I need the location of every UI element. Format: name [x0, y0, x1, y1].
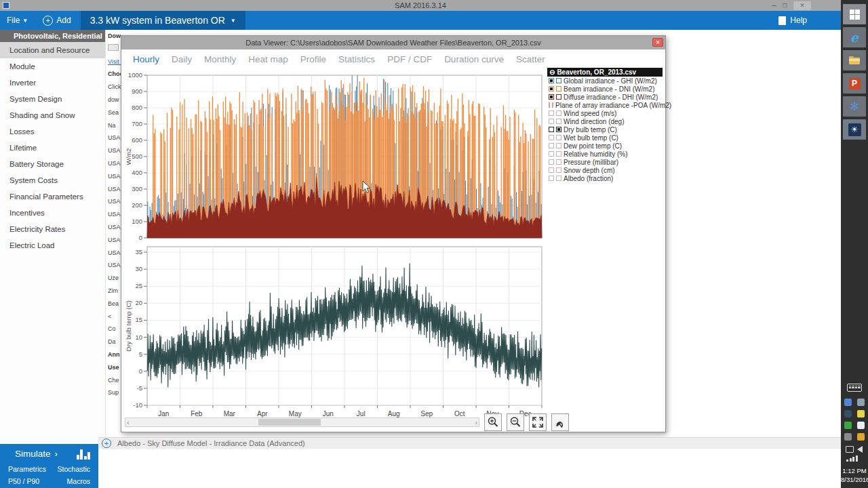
- checkbox-top-plot[interactable]: [549, 86, 554, 92]
- checkbox-top-plot[interactable]: [549, 102, 550, 108]
- taskbar-file-explorer-icon[interactable]: [843, 50, 866, 70]
- legend-row[interactable]: Snow depth (cm): [547, 166, 663, 174]
- file-menu[interactable]: File ▼: [7, 16, 28, 25]
- chart-settings-button[interactable]: [551, 413, 569, 431]
- checkbox-bottom-plot[interactable]: [556, 135, 561, 140]
- simulate-button[interactable]: Simulate ›: [15, 449, 58, 459]
- charts-svg[interactable]: 01002003004005006007008009001000-10-5051…: [123, 70, 550, 451]
- tray-lock-icon[interactable]: [857, 433, 865, 441]
- tray-speaker-icon[interactable]: [857, 446, 863, 453]
- checkbox-top-plot[interactable]: [549, 119, 554, 124]
- legend-row[interactable]: Wind direction (deg): [547, 117, 663, 125]
- legend-row[interactable]: Relative humidity (%): [547, 150, 663, 158]
- taskbar-clock[interactable]: 1:12 PM 8/31/2016: [841, 466, 868, 484]
- tab-monthly[interactable]: Monthly: [198, 54, 242, 64]
- p50-p90-button[interactable]: P50 / P90: [8, 477, 39, 485]
- tray-sync-green-icon[interactable]: [844, 422, 852, 429]
- checkbox-bottom-plot[interactable]: [556, 127, 561, 132]
- minimize-button[interactable]: –: [772, 1, 776, 10]
- legend-row[interactable]: Dry bulb temp (C): [547, 125, 663, 134]
- tray-signal-icon[interactable]: [846, 455, 858, 462]
- checkbox-bottom-plot[interactable]: [556, 159, 561, 165]
- sidebar-item-electric-load[interactable]: Electric Load: [0, 237, 105, 253]
- checkbox-top-plot[interactable]: [549, 78, 554, 83]
- macros-button[interactable]: Macros: [67, 477, 90, 485]
- checkbox-top-plot[interactable]: [549, 127, 554, 132]
- legend-row[interactable]: Wet bulb temp (C): [547, 134, 663, 142]
- tray-device-icon[interactable]: [857, 399, 865, 406]
- tray-notes-icon[interactable]: [857, 410, 865, 418]
- tab-daily[interactable]: Daily: [165, 54, 198, 64]
- sidebar-item-inverter[interactable]: Inverter: [0, 75, 105, 91]
- sidebar-item-battery-storage[interactable]: Battery Storage: [0, 156, 105, 172]
- stochastic-button[interactable]: Stochastic: [58, 465, 90, 473]
- sidebar-item-shading-and-snow[interactable]: Shading and Snow: [0, 107, 105, 123]
- zoom-in-button[interactable]: [484, 413, 502, 431]
- sidebar-item-losses[interactable]: Losses: [0, 123, 105, 140]
- legend-row[interactable]: Dew point temp (C): [547, 142, 663, 150]
- project-tab[interactable]: 3.3 kW system in Beaverton OR ▼: [81, 11, 245, 30]
- sidebar-item-financial-parameters[interactable]: Financial Parameters: [0, 188, 105, 205]
- scrollbar-thumb[interactable]: [258, 419, 321, 426]
- taskbar-internet-explorer-icon[interactable]: e: [843, 27, 866, 47]
- plus-circle-icon[interactable]: +: [102, 439, 111, 448]
- sidebar-item-incentives[interactable]: Incentives: [0, 205, 105, 221]
- tray-cloud-icon[interactable]: [857, 422, 865, 429]
- dialog-titlebar[interactable]: Data Viewer: C:\Users\adobos\SAM Downloa…: [121, 36, 665, 49]
- legend-row[interactable]: Pressure (millibar): [547, 158, 663, 166]
- checkbox-top-plot[interactable]: [549, 110, 554, 116]
- checkbox-top-plot[interactable]: [549, 135, 554, 140]
- checkbox-top-plot[interactable]: [549, 151, 554, 157]
- taskbar-sam-active-icon[interactable]: ☀: [843, 119, 866, 140]
- checkbox-top-plot[interactable]: [549, 143, 554, 148]
- tray-snowflake-icon[interactable]: [844, 399, 852, 406]
- taskbar-powerpoint-icon[interactable]: P: [843, 73, 866, 94]
- horizontal-scrollbar[interactable]: ‹ ›: [125, 418, 479, 427]
- legend-row[interactable]: Plane of array irradiance -POA (W/m2): [547, 101, 663, 109]
- checkbox-bottom-plot[interactable]: [556, 176, 561, 181]
- checkbox-bottom-plot[interactable]: [556, 110, 561, 116]
- taskbar-windows-start-icon[interactable]: [843, 4, 866, 24]
- legend-row[interactable]: Albedo (fraction): [547, 174, 663, 182]
- checkbox-bottom-plot[interactable]: [556, 119, 561, 124]
- scroll-left-icon[interactable]: ‹: [127, 418, 129, 427]
- help-button[interactable]: Help: [778, 16, 807, 25]
- checkbox-top-plot[interactable]: [549, 176, 554, 181]
- scroll-right-icon[interactable]: ›: [475, 418, 477, 427]
- sidebar-item-system-costs[interactable]: System Costs: [0, 172, 105, 188]
- checkbox-bottom-plot[interactable]: [556, 86, 561, 92]
- tab-scatter[interactable]: Scatter: [510, 54, 551, 64]
- tab-profile[interactable]: Profile: [294, 54, 332, 64]
- tab-duration-curve[interactable]: Duration curve: [438, 54, 510, 64]
- legend-row[interactable]: Global irradiance - GHI (W/m2): [547, 77, 663, 85]
- zoom-out-button[interactable]: [507, 413, 524, 431]
- tab-hourly[interactable]: Hourly: [127, 54, 165, 64]
- checkbox-bottom-plot[interactable]: [556, 151, 561, 157]
- tab-statistics[interactable]: Statistics: [332, 54, 381, 64]
- tray-network-icon[interactable]: [846, 446, 854, 453]
- tray-shield-icon[interactable]: [844, 410, 852, 418]
- sidebar-item-lifetime[interactable]: Lifetime: [0, 140, 105, 156]
- sidebar-item-system-design[interactable]: System Design: [0, 91, 105, 107]
- dialog-close-button[interactable]: ✕: [652, 38, 663, 47]
- maximize-button[interactable]: □: [783, 1, 787, 10]
- parametrics-button[interactable]: Parametrics: [8, 465, 46, 473]
- close-button[interactable]: ✕: [793, 1, 811, 10]
- tab-pdf-cdf[interactable]: PDF / CDF: [381, 54, 438, 64]
- tray-gray-status-icon[interactable]: [844, 433, 852, 441]
- checkbox-bottom-plot[interactable]: [556, 94, 561, 100]
- legend-row[interactable]: Wind speed (m/s): [547, 109, 663, 117]
- sidebar-item-module[interactable]: Module: [0, 58, 105, 75]
- checkbox-bottom-plot[interactable]: [556, 143, 561, 148]
- tab-heat-map[interactable]: Heat map: [242, 54, 294, 64]
- legend-row[interactable]: Diffuse irradiance - DHI (W/m2): [547, 93, 663, 101]
- sidebar-item-location-and-resource[interactable]: Location and Resource: [0, 42, 105, 58]
- zoom-fit-button[interactable]: [529, 413, 547, 431]
- checkbox-top-plot[interactable]: [549, 159, 554, 165]
- tray-keyboard-icon[interactable]: [847, 384, 862, 392]
- sidebar-item-electricity-rates[interactable]: Electricity Rates: [0, 221, 105, 237]
- legend-header[interactable]: ⊖ Beaverton, OR_2013.csv: [547, 68, 663, 77]
- checkbox-bottom-plot[interactable]: [556, 167, 561, 173]
- checkbox-bottom-plot[interactable]: [556, 78, 561, 83]
- window-titlebar[interactable]: SAM 2016.3.14 – □ ✕: [0, 0, 841, 11]
